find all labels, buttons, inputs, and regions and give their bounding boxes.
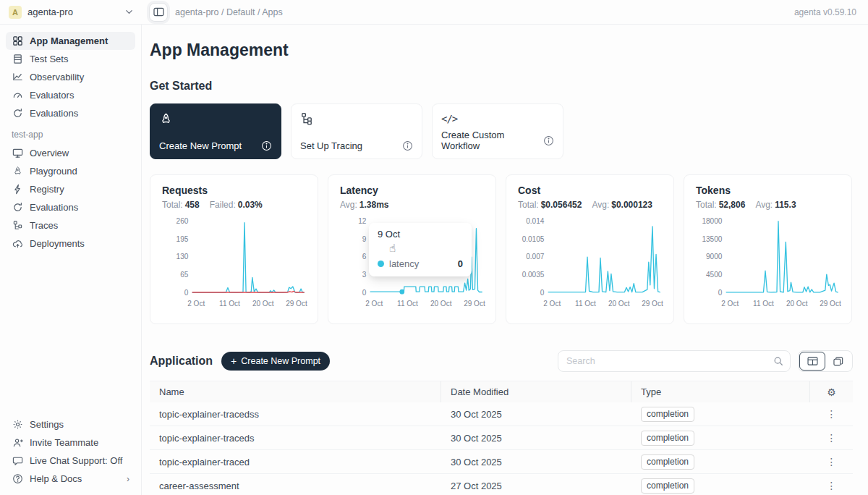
metric-stat: Avg:1.38ms xyxy=(340,200,389,210)
metric-stat: Total:$0.056452 xyxy=(518,200,582,210)
table-row[interactable]: topic-explainer-tracedss 30 Oct 2025 com… xyxy=(150,402,853,426)
chevron-right-icon: › xyxy=(127,474,129,484)
row-menu-icon[interactable]: ⋮ xyxy=(822,456,841,468)
grid-icon xyxy=(12,35,23,47)
monitor-icon xyxy=(12,148,23,159)
sidebar-item-label: Evaluators xyxy=(30,90,74,101)
row-name: topic-explainer-traced xyxy=(150,457,441,468)
sidebar-item-invite-teammate[interactable]: Invite Teammate xyxy=(6,433,135,452)
info-icon[interactable] xyxy=(402,140,413,151)
set-up-tracing-card[interactable]: Set Up Tracing xyxy=(291,103,422,159)
get-started-title: Get Started xyxy=(150,80,853,93)
requests-card: Requests Total:458 Failed:0.03% 06513019… xyxy=(150,174,318,324)
svg-text:12: 12 xyxy=(358,217,367,225)
table-view-button[interactable] xyxy=(799,352,825,371)
breadcrumb[interactable]: agenta-pro / Default / Apps xyxy=(175,7,283,17)
metric-title: Requests xyxy=(162,185,306,196)
sidebar-item-label: Playground xyxy=(30,166,77,177)
tokens-card: Tokens Total:52,806 Avg:115.3 0450090001… xyxy=(684,174,852,324)
sidebar-item-evaluators[interactable]: Evaluators xyxy=(6,86,135,104)
info-icon[interactable] xyxy=(261,140,272,151)
table-row[interactable]: career-assessment 27 Oct 2025 completion… xyxy=(150,474,853,495)
row-menu-icon[interactable]: ⋮ xyxy=(822,432,841,444)
type-badge: completion xyxy=(641,478,694,494)
sidebar-item-deployments[interactable]: Deployments xyxy=(6,234,135,253)
sidebar: App Management Test Sets Observability E… xyxy=(0,25,142,495)
tree-icon xyxy=(12,220,23,232)
sidebar-item-label: Test Sets xyxy=(30,54,68,64)
sidebar-item-test-sets[interactable]: Test Sets xyxy=(6,50,135,68)
sidebar-item-help-docs[interactable]: Help & Docs › xyxy=(6,470,135,488)
svg-text:29 Oct: 29 Oct xyxy=(642,300,663,308)
page-title: App Management xyxy=(150,41,853,60)
sidebar-item-evaluations[interactable]: Evaluations xyxy=(6,104,135,122)
svg-text:195: 195 xyxy=(176,235,189,243)
sidebar-collapse-button[interactable] xyxy=(149,3,168,22)
create-new-prompt-card[interactable]: Create New Prompt xyxy=(150,103,281,159)
app-version: agenta v0.59.10 xyxy=(794,7,868,17)
row-date: 27 Oct 2025 xyxy=(441,481,631,491)
row-menu-icon[interactable]: ⋮ xyxy=(822,480,841,491)
sidebar-item-settings[interactable]: Settings xyxy=(6,415,135,433)
plus-icon: + xyxy=(231,355,237,367)
svg-text:3: 3 xyxy=(362,271,367,279)
metric-title: Cost xyxy=(518,185,662,196)
tooltip-series-label: latency xyxy=(389,258,419,269)
search-icon[interactable] xyxy=(773,356,783,366)
row-name: topic-explainer-traceds xyxy=(150,433,441,444)
table-header: Name Date Modified Type ⚙ xyxy=(150,381,853,402)
sidebar-item-playground[interactable]: Playground xyxy=(6,162,135,180)
metric-stat: Failed:0.03% xyxy=(210,200,263,210)
sidebar-item-label: Deployments xyxy=(30,238,85,249)
sidebar-item-live-chat[interactable]: Live Chat Support: Off xyxy=(6,452,135,470)
svg-text:11 Oct: 11 Oct xyxy=(575,300,596,308)
sidebar-item-registry[interactable]: Registry xyxy=(6,180,135,198)
card-label: Set Up Tracing xyxy=(300,140,362,151)
gauge-icon xyxy=(12,90,23,101)
cloud-icon xyxy=(12,238,23,250)
series-dot xyxy=(378,261,384,267)
chart-tooltip: 9 Oct latency 0 xyxy=(369,223,472,276)
sidebar-item-traces[interactable]: Traces xyxy=(6,216,135,234)
svg-text:0.014: 0.014 xyxy=(526,217,545,225)
table-row[interactable]: topic-explainer-traceds 30 Oct 2025 comp… xyxy=(150,426,853,450)
latency-card: Latency Avg:1.38ms 0369122 Oct11 Oct20 O… xyxy=(328,174,496,324)
observability-icon xyxy=(12,72,23,83)
create-custom-workflow-card[interactable]: </> Create Custom Workflow xyxy=(432,103,563,159)
row-date: 30 Oct 2025 xyxy=(441,409,631,420)
code-icon: </> xyxy=(441,111,456,126)
sidebar-item-overview[interactable]: Overview xyxy=(6,144,135,162)
cost-card: Cost Total:$0.056452 Avg:$0.000123 00.00… xyxy=(506,174,674,324)
row-menu-icon[interactable]: ⋮ xyxy=(822,408,841,420)
svg-text:65: 65 xyxy=(180,271,189,279)
sidebar-item-observability[interactable]: Observability xyxy=(6,68,135,86)
workspace-selector[interactable]: A agenta-pro xyxy=(0,6,142,19)
type-badge: completion xyxy=(641,454,694,470)
type-badge: completion xyxy=(641,431,694,446)
create-new-prompt-button[interactable]: + Create New Prompt xyxy=(221,352,330,371)
metric-title: Tokens xyxy=(696,185,840,196)
row-name: topic-explainer-tracedss xyxy=(150,409,441,420)
table-row[interactable]: topic-explainer-traced 30 Oct 2025 compl… xyxy=(150,450,853,474)
card-view-icon xyxy=(833,357,843,366)
column-settings-icon[interactable]: ⚙ xyxy=(827,386,836,398)
info-icon[interactable] xyxy=(543,135,554,146)
card-view-button[interactable] xyxy=(825,352,851,371)
search-input[interactable] xyxy=(566,356,773,366)
svg-text:18000: 18000 xyxy=(702,217,722,225)
sidebar-item-app-management[interactable]: App Management xyxy=(6,32,135,50)
tree-icon xyxy=(300,111,315,126)
sidebar-item-label: Overview xyxy=(30,148,69,158)
workspace-name: agenta-pro xyxy=(27,7,119,17)
header-name: Name xyxy=(150,381,441,402)
chevron-down-icon xyxy=(125,8,133,16)
row-date: 30 Oct 2025 xyxy=(441,457,631,468)
svg-text:260: 260 xyxy=(176,217,189,225)
svg-text:0.0105: 0.0105 xyxy=(522,235,545,243)
sidebar-item-evaluations-app[interactable]: Evaluations xyxy=(6,198,135,216)
tooltip-value: 0 xyxy=(458,258,463,269)
svg-text:2 Oct: 2 Oct xyxy=(721,300,739,308)
cost-chart: 00.00350.0070.01050.0142 Oct11 Oct20 Oct… xyxy=(518,214,663,318)
refresh-icon xyxy=(12,108,23,119)
metric-stat: Avg:115.3 xyxy=(755,200,796,210)
